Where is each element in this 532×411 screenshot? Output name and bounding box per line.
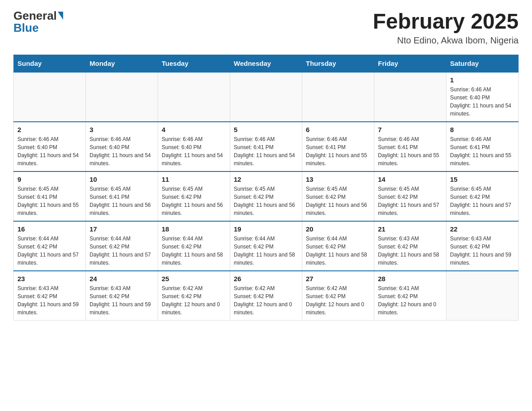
- location-title: Nto Edino, Akwa Ibom, Nigeria: [373, 35, 519, 46]
- calendar-header-sunday: Sunday: [14, 55, 86, 73]
- calendar-header-wednesday: Wednesday: [230, 55, 302, 73]
- day-number: 24: [90, 275, 154, 283]
- calendar-cell: 23Sunrise: 6:43 AMSunset: 6:42 PMDayligh…: [14, 271, 86, 321]
- calendar-cell: 18Sunrise: 6:44 AMSunset: 6:42 PMDayligh…: [158, 221, 230, 271]
- calendar-cell: 20Sunrise: 6:44 AMSunset: 6:42 PMDayligh…: [302, 221, 374, 271]
- calendar-week-row: 23Sunrise: 6:43 AMSunset: 6:42 PMDayligh…: [14, 271, 519, 321]
- day-number: 17: [90, 225, 154, 233]
- calendar-cell: 22Sunrise: 6:43 AMSunset: 6:42 PMDayligh…: [446, 221, 519, 271]
- calendar-table: SundayMondayTuesdayWednesdayThursdayFrid…: [13, 55, 519, 321]
- calendar-header-friday: Friday: [374, 55, 446, 73]
- calendar-cell: 12Sunrise: 6:45 AMSunset: 6:42 PMDayligh…: [230, 171, 302, 221]
- calendar-cell: 10Sunrise: 6:45 AMSunset: 6:41 PMDayligh…: [86, 171, 158, 221]
- day-info: Sunrise: 6:46 AMSunset: 6:41 PMDaylight:…: [234, 135, 298, 167]
- day-info: Sunrise: 6:45 AMSunset: 6:42 PMDaylight:…: [306, 185, 370, 217]
- calendar-cell: 27Sunrise: 6:42 AMSunset: 6:42 PMDayligh…: [302, 271, 374, 321]
- day-info: Sunrise: 6:42 AMSunset: 6:42 PMDaylight:…: [162, 284, 226, 317]
- calendar-header-thursday: Thursday: [302, 55, 374, 73]
- day-info: Sunrise: 6:44 AMSunset: 6:42 PMDaylight:…: [306, 235, 370, 267]
- day-number: 4: [162, 126, 226, 133]
- calendar-week-row: 1Sunrise: 6:46 AMSunset: 6:40 PMDaylight…: [14, 72, 519, 122]
- calendar-cell: 16Sunrise: 6:44 AMSunset: 6:42 PMDayligh…: [14, 221, 86, 271]
- day-number: 6: [306, 126, 370, 133]
- calendar-cell: [374, 72, 446, 122]
- day-number: 8: [450, 126, 515, 133]
- day-number: 14: [378, 176, 442, 183]
- calendar-cell: 11Sunrise: 6:45 AMSunset: 6:42 PMDayligh…: [158, 171, 230, 221]
- day-info: Sunrise: 6:44 AMSunset: 6:42 PMDaylight:…: [17, 235, 82, 267]
- calendar-cell: 24Sunrise: 6:43 AMSunset: 6:42 PMDayligh…: [86, 271, 158, 321]
- day-info: Sunrise: 6:41 AMSunset: 6:42 PMDaylight:…: [378, 284, 442, 317]
- day-number: 19: [234, 225, 298, 233]
- calendar-week-row: 16Sunrise: 6:44 AMSunset: 6:42 PMDayligh…: [14, 221, 519, 271]
- day-info: Sunrise: 6:43 AMSunset: 6:42 PMDaylight:…: [17, 284, 82, 317]
- day-number: 15: [450, 176, 515, 183]
- calendar-cell: 4Sunrise: 6:46 AMSunset: 6:40 PMDaylight…: [158, 122, 230, 171]
- day-number: 13: [306, 176, 370, 183]
- calendar-cell: 14Sunrise: 6:45 AMSunset: 6:42 PMDayligh…: [374, 171, 446, 221]
- day-number: 11: [162, 176, 226, 183]
- calendar-header-saturday: Saturday: [446, 55, 519, 73]
- calendar-cell: 28Sunrise: 6:41 AMSunset: 6:42 PMDayligh…: [374, 271, 446, 321]
- day-number: 21: [378, 225, 442, 233]
- calendar-cell: 5Sunrise: 6:46 AMSunset: 6:41 PMDaylight…: [230, 122, 302, 171]
- day-info: Sunrise: 6:45 AMSunset: 6:42 PMDaylight:…: [234, 185, 298, 217]
- calendar-week-row: 2Sunrise: 6:46 AMSunset: 6:40 PMDaylight…: [14, 122, 519, 171]
- day-info: Sunrise: 6:45 AMSunset: 6:42 PMDaylight:…: [162, 185, 226, 217]
- calendar-cell: [158, 72, 230, 122]
- day-info: Sunrise: 6:44 AMSunset: 6:42 PMDaylight:…: [90, 235, 154, 267]
- day-info: Sunrise: 6:46 AMSunset: 6:40 PMDaylight:…: [90, 135, 154, 167]
- page-header: General Blue February 2025 Nto Edino, Ak…: [13, 9, 519, 46]
- logo: General Blue: [13, 9, 63, 35]
- calendar-cell: 1Sunrise: 6:46 AMSunset: 6:40 PMDaylight…: [446, 72, 519, 122]
- day-number: 26: [234, 275, 298, 283]
- calendar-cell: [302, 72, 374, 122]
- day-number: 27: [306, 275, 370, 283]
- calendar-header-row: SundayMondayTuesdayWednesdayThursdayFrid…: [14, 55, 519, 73]
- day-info: Sunrise: 6:45 AMSunset: 6:41 PMDaylight:…: [90, 185, 154, 217]
- day-number: 2: [17, 126, 82, 133]
- calendar-header-tuesday: Tuesday: [158, 55, 230, 73]
- day-number: 10: [90, 176, 154, 183]
- day-info: Sunrise: 6:44 AMSunset: 6:42 PMDaylight:…: [234, 235, 298, 267]
- day-number: 18: [162, 225, 226, 233]
- calendar-cell: [230, 72, 302, 122]
- day-number: 25: [162, 275, 226, 283]
- day-info: Sunrise: 6:44 AMSunset: 6:42 PMDaylight:…: [162, 235, 226, 267]
- day-info: Sunrise: 6:46 AMSunset: 6:41 PMDaylight:…: [450, 135, 515, 167]
- calendar-cell: 17Sunrise: 6:44 AMSunset: 6:42 PMDayligh…: [86, 221, 158, 271]
- logo-blue-text: Blue: [13, 21, 39, 35]
- calendar-cell: 9Sunrise: 6:45 AMSunset: 6:41 PMDaylight…: [14, 171, 86, 221]
- day-info: Sunrise: 6:42 AMSunset: 6:42 PMDaylight:…: [306, 284, 370, 317]
- day-number: 22: [450, 225, 515, 233]
- calendar-cell: 7Sunrise: 6:46 AMSunset: 6:41 PMDaylight…: [374, 122, 446, 171]
- day-info: Sunrise: 6:46 AMSunset: 6:41 PMDaylight:…: [378, 135, 442, 167]
- calendar-cell: 6Sunrise: 6:46 AMSunset: 6:41 PMDaylight…: [302, 122, 374, 171]
- calendar-cell: [446, 271, 519, 321]
- day-info: Sunrise: 6:45 AMSunset: 6:42 PMDaylight:…: [378, 185, 442, 217]
- day-number: 23: [17, 275, 82, 283]
- day-info: Sunrise: 6:45 AMSunset: 6:42 PMDaylight:…: [450, 185, 515, 217]
- day-number: 12: [234, 176, 298, 183]
- calendar-cell: 15Sunrise: 6:45 AMSunset: 6:42 PMDayligh…: [446, 171, 519, 221]
- day-info: Sunrise: 6:43 AMSunset: 6:42 PMDaylight:…: [378, 235, 442, 267]
- calendar-week-row: 9Sunrise: 6:45 AMSunset: 6:41 PMDaylight…: [14, 171, 519, 221]
- day-info: Sunrise: 6:43 AMSunset: 6:42 PMDaylight:…: [450, 235, 515, 267]
- day-number: 3: [90, 126, 154, 133]
- calendar-cell: 25Sunrise: 6:42 AMSunset: 6:42 PMDayligh…: [158, 271, 230, 321]
- day-info: Sunrise: 6:42 AMSunset: 6:42 PMDaylight:…: [234, 284, 298, 317]
- day-number: 9: [17, 176, 82, 183]
- calendar-cell: 8Sunrise: 6:46 AMSunset: 6:41 PMDaylight…: [446, 122, 519, 171]
- day-info: Sunrise: 6:46 AMSunset: 6:40 PMDaylight:…: [162, 135, 226, 167]
- day-info: Sunrise: 6:45 AMSunset: 6:41 PMDaylight:…: [17, 185, 82, 217]
- day-info: Sunrise: 6:46 AMSunset: 6:40 PMDaylight:…: [450, 86, 515, 118]
- calendar-cell: 2Sunrise: 6:46 AMSunset: 6:40 PMDaylight…: [14, 122, 86, 171]
- day-number: 1: [450, 76, 515, 84]
- day-info: Sunrise: 6:43 AMSunset: 6:42 PMDaylight:…: [90, 284, 154, 317]
- day-number: 28: [378, 275, 442, 283]
- calendar-cell: 13Sunrise: 6:45 AMSunset: 6:42 PMDayligh…: [302, 171, 374, 221]
- day-info: Sunrise: 6:46 AMSunset: 6:41 PMDaylight:…: [306, 135, 370, 167]
- day-info: Sunrise: 6:46 AMSunset: 6:40 PMDaylight:…: [17, 135, 82, 167]
- day-number: 16: [17, 225, 82, 233]
- month-title: February 2025: [373, 9, 519, 34]
